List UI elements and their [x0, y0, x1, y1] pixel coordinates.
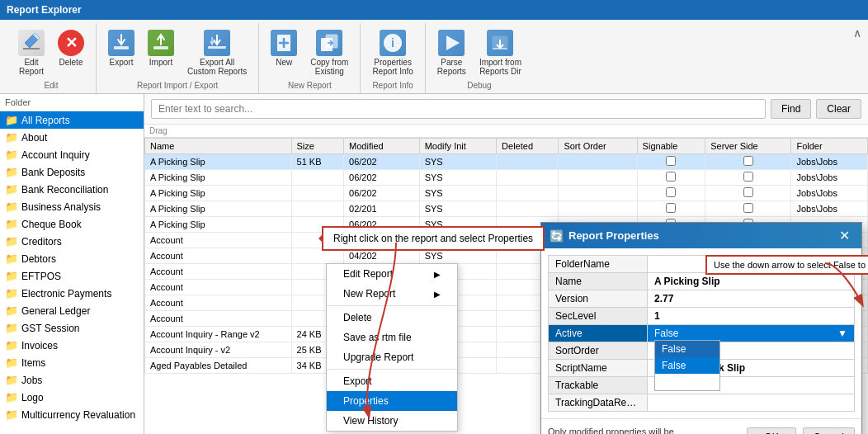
context-menu-item-save-rtm[interactable]: Save as rtm file: [327, 328, 457, 347]
sidebar-item-jobs[interactable]: 📁 Jobs: [0, 371, 144, 389]
prop-row-name: Name A Picking Slip: [549, 273, 855, 290]
dialog-callout-text: Use the down arrow to select False to ma…: [714, 260, 868, 270]
export-all-button[interactable]: Export AllCustom Reports: [182, 26, 252, 79]
table-row[interactable]: A Picking Slip02/201SYS Jobs\Jobs: [145, 201, 868, 217]
import-button[interactable]: Import: [143, 26, 179, 70]
search-input[interactable]: [151, 99, 766, 119]
export-icon: [108, 30, 134, 56]
cancel-button[interactable]: Cancel: [803, 427, 855, 434]
folder-icon-eftpos: 📁: [5, 270, 18, 282]
server-side-checkbox[interactable]: [743, 187, 753, 197]
svg-marker-11: [446, 35, 460, 50]
sidebar-label-items: Items: [21, 357, 45, 369]
context-menu-item-delete[interactable]: Delete: [327, 308, 457, 328]
prop-val-active[interactable]: False ▼ False False True: [648, 325, 855, 342]
prop-val-trackingdatareport[interactable]: [648, 394, 855, 412]
import-dir-button[interactable]: Import fromReports Dir: [474, 26, 526, 79]
col-server-side: Server Side: [705, 139, 791, 154]
signable-checkbox[interactable]: [666, 187, 676, 197]
context-menu-item-properties[interactable]: Properties: [327, 391, 457, 411]
title-bar: Report Explorer: [0, 0, 868, 20]
cell-name: A Picking Slip: [145, 154, 292, 170]
edit-report-button[interactable]: EditReport: [13, 26, 50, 79]
sidebar-item-electronic-payments[interactable]: 📁 Electronic Payments: [0, 285, 144, 302]
prop-val-seclevel: 1: [648, 308, 855, 325]
delete-circle-icon: ✕: [58, 30, 84, 56]
context-menu-item-export[interactable]: Export: [327, 371, 457, 391]
sidebar-item-debtors[interactable]: 📁 Debtors: [0, 250, 144, 267]
signable-checkbox[interactable]: [666, 156, 676, 166]
context-menu-label-edit-report: Edit Report: [343, 268, 393, 280]
context-menu-item-upgrade[interactable]: Upgrade Report: [327, 347, 457, 367]
new-button[interactable]: New: [266, 26, 302, 70]
dialog-footer: Only modified properties will be updated…: [541, 418, 861, 434]
cell-size: 51 KB: [291, 154, 344, 170]
ribbon-group-import-export: Export Import Export AllCustom Reports R…: [97, 23, 259, 93]
context-menu-item-edit-report[interactable]: Edit Report ▶: [327, 264, 457, 284]
server-side-checkbox[interactable]: [743, 172, 753, 182]
dialog-close-button[interactable]: ✕: [836, 228, 853, 243]
new-report-group-label: New Report: [288, 79, 332, 90]
find-button[interactable]: Find: [771, 99, 811, 119]
ribbon-group-new-report: New Copy fromExisting New Report: [259, 23, 361, 93]
sidebar-item-all-reports[interactable]: 📁 All Reports: [0, 111, 144, 129]
sidebar-item-about[interactable]: 📁 About: [0, 129, 144, 146]
table-row[interactable]: A Picking Slip06/202SYS Jobs\Jobs: [145, 186, 868, 201]
copy-existing-button[interactable]: Copy fromExisting: [305, 26, 353, 79]
sidebar-item-business-analysis[interactable]: 📁 Business Analysis: [0, 198, 144, 215]
prop-key-seclevel: SecLevel: [549, 308, 648, 325]
signable-checkbox[interactable]: [666, 203, 676, 213]
sidebar-item-general-ledger[interactable]: 📁 General Ledger: [0, 302, 144, 319]
clear-button[interactable]: Clear: [816, 99, 861, 119]
table-row[interactable]: A Picking Slip 06/202 SYS Jobs\Jobs: [145, 170, 868, 186]
sidebar-item-invoices[interactable]: 📁 Invoices: [0, 337, 144, 354]
export-button[interactable]: Export: [103, 26, 139, 70]
new-icon: [271, 30, 297, 56]
import-dir-label: Import fromReports Dir: [479, 58, 521, 76]
ribbon: EditReport ✕ Delete Edit Export: [0, 20, 868, 94]
table-row[interactable]: A Picking Slip 51 KB 06/202 SYS Jobs\Job…: [145, 154, 868, 170]
prop-row-active[interactable]: Active False ▼ False False: [549, 325, 855, 342]
dialog-title-icon: 🔄: [550, 229, 564, 243]
sidebar-item-creditors[interactable]: 📁 Creditors: [0, 233, 144, 250]
context-menu-item-view-history[interactable]: View History: [327, 411, 457, 431]
sidebar-label-logo: Logo: [21, 392, 44, 403]
edit-icon: [18, 30, 45, 56]
server-side-checkbox[interactable]: [743, 156, 753, 166]
prop-row-seclevel: SecLevel 1: [549, 308, 855, 325]
dropdown-option-false[interactable]: False: [655, 341, 719, 342]
sidebar-item-gst-session[interactable]: 📁 GST Session: [0, 319, 144, 337]
context-menu-label-upgrade: Upgrade Report: [343, 351, 413, 363]
server-side-checkbox[interactable]: [743, 203, 753, 213]
svg-text:i: i: [391, 36, 394, 50]
sidebar-item-multicurrency[interactable]: 📁 Multicurrency Revaluation: [0, 406, 144, 423]
ribbon-collapse-button[interactable]: ∧: [853, 26, 861, 40]
cell-folder: Jobs\Jobs: [791, 154, 868, 170]
context-menu-item-new-report[interactable]: New Report ▶: [327, 284, 457, 304]
sidebar-item-account-inquiry[interactable]: 📁 Account Inquiry: [0, 146, 144, 163]
active-dropdown-arrow[interactable]: ▼: [837, 328, 847, 339]
signable-checkbox[interactable]: [666, 172, 676, 182]
report-info-group-label: Report Info: [372, 79, 413, 90]
prop-row-version: Version 2.77: [549, 290, 855, 308]
sidebar-item-cheque-book[interactable]: 📁 Cheque Book: [0, 215, 144, 233]
sidebar-item-logo[interactable]: 📁 Logo: [0, 389, 144, 406]
folder-icon-creditors: 📁: [5, 235, 18, 248]
sidebar-item-items[interactable]: 📁 Items: [0, 354, 144, 371]
sidebar-item-bank-reconciliation[interactable]: 📁 Bank Reconciliation: [0, 181, 144, 198]
sidebar-item-eftpos[interactable]: 📁 EFTPOS: [0, 267, 144, 285]
delete-button[interactable]: ✕ Delete: [53, 26, 89, 70]
folder-icon-general-ledger: 📁: [5, 304, 18, 317]
prop-key-trackingdatareport: TrackingDataReport: [549, 394, 648, 412]
folder-icon-account-inquiry: 📁: [5, 149, 18, 161]
submenu-arrow-edit: ▶: [434, 270, 441, 279]
sidebar-label-multicurrency: Multicurrency Revaluation: [21, 409, 135, 421]
delete-icon: ✕: [58, 30, 84, 56]
properties-report-info-button[interactable]: i PropertiesReport Info: [367, 26, 417, 79]
ok-button[interactable]: OK: [747, 427, 795, 434]
prop-key-foldername: FolderName: [549, 256, 648, 273]
sidebar-label-creditors: Creditors: [21, 236, 62, 248]
sidebar-item-bank-deposits[interactable]: 📁 Bank Deposits: [0, 163, 144, 181]
right-click-callout: Right click on the report and select Pro…: [322, 226, 545, 251]
parse-reports-button[interactable]: ParseReports: [432, 26, 471, 79]
